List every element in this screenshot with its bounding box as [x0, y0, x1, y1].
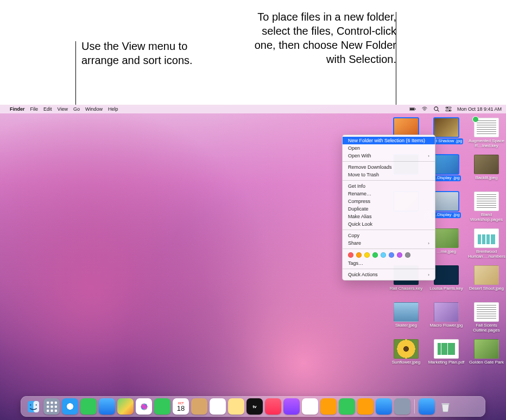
svg-point-12 [35, 404, 36, 405]
file-thumbnail [394, 302, 419, 322]
file-thumbnail [434, 265, 459, 285]
file-thumbnail [434, 228, 459, 248]
tag-color-swatch[interactable] [372, 252, 378, 258]
svg-rect-17 [50, 405, 53, 408]
desktop-file[interactable]: Golden Gate Park [467, 339, 506, 366]
dock-contacts[interactable] [191, 398, 207, 415]
svg-rect-19 [47, 409, 49, 411]
ctx-quick-look[interactable]: Quick Look [343, 220, 435, 228]
file-thumbnail [434, 155, 459, 174]
ctx-move-to-trash[interactable]: Move to Trash [343, 171, 435, 179]
dock-numbers[interactable] [339, 398, 355, 415]
desktop-file[interactable]: Marketing Plan.pdf [427, 339, 466, 366]
dock-downloads[interactable] [419, 398, 435, 415]
sync-badge-icon [473, 117, 478, 122]
dock-maps[interactable] [117, 398, 134, 415]
file-name-label: Brentwood Hurican….numbers [467, 249, 506, 260]
file-name-label: Louisa Parris.key [428, 286, 464, 292]
desktop-file[interactable]: Backlit.jpeg [467, 155, 506, 181]
file-thumbnail [434, 339, 459, 359]
file-thumbnail [434, 192, 459, 211]
dock-calendar[interactable]: OCT18 [173, 398, 189, 415]
ctx-tag-colors[interactable] [343, 251, 435, 259]
dock-news[interactable] [302, 398, 318, 415]
ctx-open[interactable]: Open [343, 144, 435, 152]
desktop-file[interactable]: Bland Workshop.pages [467, 192, 506, 223]
dock-tv[interactable]: tv [246, 398, 263, 415]
svg-rect-18 [54, 405, 56, 408]
file-name-label: …me.jpeg [435, 249, 457, 255]
file-thumbnail [394, 339, 419, 359]
ctx-share[interactable]: Share› [343, 239, 435, 247]
desktop-file[interactable]: Skater.jpeg [387, 302, 426, 329]
dock-books[interactable] [320, 398, 337, 415]
callout-view-menu: Use the View menu to arrange and sort ic… [81, 39, 223, 67]
svg-rect-13 [47, 402, 49, 404]
tag-color-swatch[interactable] [364, 252, 370, 258]
file-name-label: …Display .jpg [432, 212, 460, 218]
dock-launchpad[interactable] [43, 398, 60, 415]
tag-color-swatch[interactable] [381, 252, 386, 258]
desktop-file[interactable]: Macro Flower.jpg [427, 302, 466, 329]
file-name-label: Desert Shoot.jpeg [468, 286, 505, 292]
svg-rect-20 [50, 409, 53, 411]
ctx-new-folder-with-selection[interactable]: New Folder with Selection (6 Items) [343, 137, 435, 144]
dock: OCT18tv [21, 396, 485, 417]
dock-pages[interactable] [357, 398, 374, 415]
file-thumbnail [434, 118, 459, 137]
ctx-make-alias[interactable]: Make Alias [343, 213, 435, 220]
dock-trash[interactable] [437, 398, 453, 415]
dock-finder[interactable] [25, 398, 41, 415]
desktop-file[interactable]: Brentwood Hurican….numbers [467, 228, 506, 260]
dock-messages[interactable] [80, 398, 97, 415]
tag-color-swatch[interactable] [397, 252, 402, 258]
ctx-open-with[interactable]: Open With› [343, 152, 435, 160]
desktop-file[interactable]: Sunflower.jpeg [387, 339, 426, 366]
dock-notes[interactable] [228, 398, 244, 415]
dock-mail[interactable] [99, 398, 115, 415]
callout-new-folder: To place files in a new folder, select t… [250, 10, 396, 66]
ctx-tags[interactable]: Tags… [343, 259, 435, 267]
ctx-compress[interactable]: Compress [343, 198, 435, 205]
dock-app-store[interactable] [376, 398, 392, 415]
tag-color-swatch[interactable] [405, 252, 410, 258]
chevron-right-icon: › [428, 272, 429, 277]
file-thumbnail [474, 192, 499, 211]
tag-color-swatch[interactable] [348, 252, 353, 258]
dock-facetime[interactable] [154, 398, 170, 415]
file-name-label: …Display .jpg [432, 175, 460, 181]
desktop-file[interactable]: Fall Scents Outline.pages [467, 302, 506, 334]
ctx-duplicate[interactable]: Duplicate [343, 205, 435, 213]
svg-rect-15 [54, 402, 56, 404]
dock-separator [414, 399, 415, 413]
ctx-remove-downloads[interactable]: Remove Downloads [343, 163, 435, 171]
dock-music[interactable] [265, 398, 281, 415]
file-thumbnail [434, 302, 459, 322]
file-thumbnail [474, 118, 499, 137]
desktop-file[interactable]: Augmented Space R…ined.key [467, 118, 506, 149]
svg-rect-21 [54, 409, 56, 411]
file-name-label: Rail Chasers.key [389, 286, 423, 292]
ctx-get-info[interactable]: Get Info [343, 182, 435, 190]
file-thumbnail [474, 302, 499, 322]
ctx-quick-actions[interactable]: Quick Actions› [343, 271, 435, 278]
ctx-rename[interactable]: Rename… [343, 190, 435, 198]
tag-color-swatch[interactable] [356, 252, 362, 258]
ctx-quick-actions-label: Quick Actions [348, 272, 378, 277]
tag-color-swatch[interactable] [389, 252, 394, 258]
svg-point-11 [30, 404, 31, 405]
file-thumbnail [474, 228, 499, 248]
file-name-label: Fall Scents Outline.pages [467, 323, 506, 334]
file-thumbnail [474, 339, 499, 359]
file-name-label: Skater.jpeg [394, 323, 418, 329]
svg-rect-10 [33, 401, 39, 412]
dock-system-preferences[interactable] [394, 398, 410, 415]
dock-podcasts[interactable] [283, 398, 300, 415]
desktop-file[interactable]: Desert Shoot.jpeg [467, 265, 506, 292]
svg-rect-30 [441, 403, 450, 404]
file-name-label: Augmented Space R…ined.key [467, 138, 506, 149]
ctx-copy[interactable]: Copy [343, 232, 435, 239]
dock-safari[interactable] [62, 398, 78, 415]
dock-reminders[interactable] [210, 398, 226, 415]
dock-photos[interactable] [136, 398, 152, 415]
